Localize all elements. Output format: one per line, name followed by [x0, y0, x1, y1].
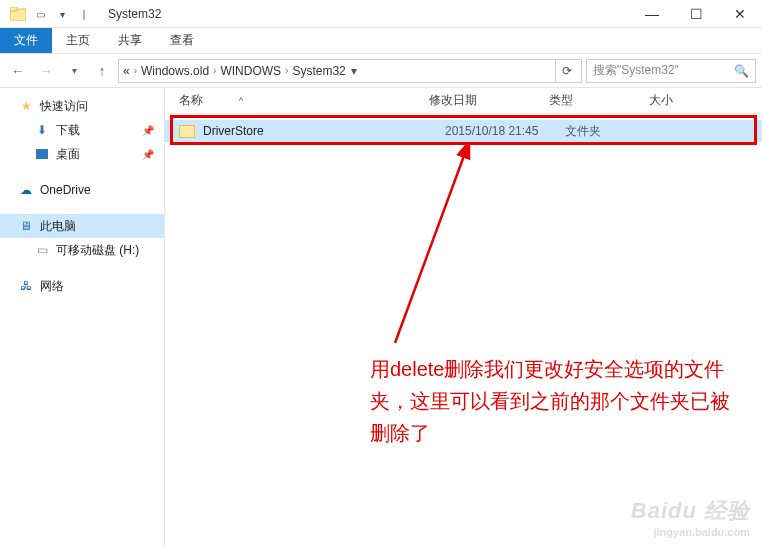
col-size[interactable]: 大小: [649, 92, 719, 109]
sidebar-item-downloads[interactable]: ⬇ 下载 📌: [0, 118, 164, 142]
sidebar-item-label: OneDrive: [40, 183, 91, 197]
sidebar-item-quick-access[interactable]: ★ 快速访问: [0, 94, 164, 118]
qat-separator: |: [74, 4, 94, 24]
file-date: 2015/10/18 21:45: [445, 124, 565, 138]
back-button[interactable]: ←: [6, 59, 30, 83]
qat-dropdown-icon[interactable]: ▾: [52, 4, 72, 24]
annotation-text: 用delete删除我们更改好安全选项的文件夹，这里可以看到之前的那个文件夹已被删…: [370, 353, 742, 449]
sidebar-item-label: 可移动磁盘 (H:): [56, 242, 139, 259]
download-icon: ⬇: [34, 122, 50, 138]
search-placeholder: 搜索"System32": [593, 62, 679, 79]
file-row[interactable]: DriverStore 2015/10/18 21:45 文件夹: [165, 120, 762, 142]
title-bar: ▭ ▾ | System32 — ☐ ✕: [0, 0, 762, 28]
up-button[interactable]: ↑: [90, 59, 114, 83]
forward-button[interactable]: →: [34, 59, 58, 83]
sidebar-item-label: 下载: [56, 122, 80, 139]
tab-view[interactable]: 查看: [156, 28, 208, 53]
col-date[interactable]: 修改日期: [429, 92, 549, 109]
svg-line-2: [395, 153, 465, 343]
breadcrumb[interactable]: « › Windows.old › WINDOWS › System32 ▾ ⟳: [118, 59, 582, 83]
search-icon[interactable]: 🔍: [734, 64, 749, 78]
svg-rect-1: [10, 7, 17, 11]
cloud-icon: ☁: [18, 182, 34, 198]
recent-dropdown[interactable]: ▾: [62, 59, 86, 83]
breadcrumb-overflow[interactable]: «: [123, 64, 130, 78]
minimize-button[interactable]: —: [630, 0, 674, 28]
sidebar: ★ 快速访问 ⬇ 下载 📌 桌面 📌 ☁ OneDrive 🖥 此电脑 ▭ 可移…: [0, 88, 165, 546]
sidebar-item-label: 此电脑: [40, 218, 76, 235]
watermark-main: Baidu 经验: [631, 498, 750, 523]
maximize-button[interactable]: ☐: [674, 0, 718, 28]
pin-icon: 📌: [142, 149, 154, 160]
col-type[interactable]: 类型: [549, 92, 649, 109]
close-button[interactable]: ✕: [718, 0, 762, 28]
sidebar-item-desktop[interactable]: 桌面 📌: [0, 142, 164, 166]
sidebar-item-label: 桌面: [56, 146, 80, 163]
desktop-icon: [34, 146, 50, 162]
file-name: DriverStore: [203, 124, 445, 138]
window-title: System32: [108, 7, 161, 21]
watermark-sub: jingyan.baidu.com: [631, 526, 750, 538]
breadcrumb-seg-2[interactable]: WINDOWS: [220, 64, 281, 78]
sidebar-item-label: 快速访问: [40, 98, 88, 115]
folder-app-icon: [8, 4, 28, 24]
chevron-right-icon: ›: [213, 65, 216, 76]
tab-home[interactable]: 主页: [52, 28, 104, 53]
network-icon: 🖧: [18, 278, 34, 294]
sidebar-item-this-pc[interactable]: 🖥 此电脑: [0, 214, 164, 238]
main-area: ★ 快速访问 ⬇ 下载 📌 桌面 📌 ☁ OneDrive 🖥 此电脑 ▭ 可移…: [0, 88, 762, 546]
monitor-icon: 🖥: [18, 218, 34, 234]
chevron-right-icon: ›: [285, 65, 288, 76]
search-input[interactable]: 搜索"System32" 🔍: [586, 59, 756, 83]
refresh-button[interactable]: ⟳: [555, 60, 577, 82]
tab-file[interactable]: 文件: [0, 28, 52, 53]
sort-indicator-icon: ^: [239, 96, 429, 106]
quick-access-toolbar: ▭ ▾ |: [30, 4, 94, 24]
breadcrumb-seg-3[interactable]: System32: [292, 64, 345, 78]
column-headers[interactable]: 名称 ^ 修改日期 类型 大小: [165, 88, 762, 114]
annotation-arrow: [375, 143, 485, 353]
folder-icon: [179, 125, 195, 138]
pin-icon: 📌: [142, 125, 154, 136]
breadcrumb-seg-1[interactable]: Windows.old: [141, 64, 209, 78]
content-pane: 名称 ^ 修改日期 类型 大小 DriverStore 2015/10/18 2…: [165, 88, 762, 546]
qat-properties-icon[interactable]: ▭: [30, 4, 50, 24]
sidebar-item-label: 网络: [40, 278, 64, 295]
drive-icon: ▭: [34, 242, 50, 258]
breadcrumb-dropdown[interactable]: ▾: [346, 64, 362, 78]
sidebar-item-removable[interactable]: ▭ 可移动磁盘 (H:): [0, 238, 164, 262]
star-icon: ★: [18, 98, 34, 114]
tab-share[interactable]: 共享: [104, 28, 156, 53]
sidebar-item-network[interactable]: 🖧 网络: [0, 274, 164, 298]
ribbon-tabs: 文件 主页 共享 查看: [0, 28, 762, 54]
nav-bar: ← → ▾ ↑ « › Windows.old › WINDOWS › Syst…: [0, 54, 762, 88]
sidebar-item-onedrive[interactable]: ☁ OneDrive: [0, 178, 164, 202]
chevron-right-icon: ›: [134, 65, 137, 76]
file-type: 文件夹: [565, 123, 665, 140]
watermark: Baidu 经验 jingyan.baidu.com: [631, 496, 750, 538]
